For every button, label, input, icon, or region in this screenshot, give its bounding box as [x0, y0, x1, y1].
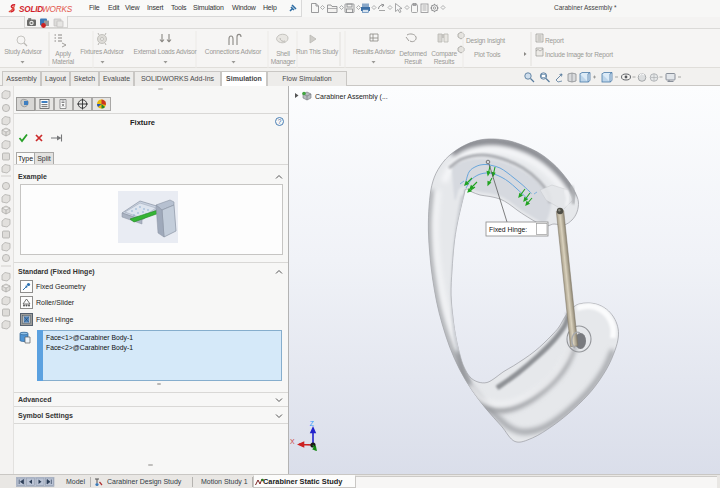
svg-text:SOLID: SOLID	[19, 5, 43, 14]
svg-text:Fixed Hinge:: Fixed Hinge:	[489, 226, 527, 234]
svg-text:WORKS: WORKS	[42, 5, 73, 14]
svg-text:X: X	[290, 438, 295, 445]
svg-text:Z: Z	[310, 420, 315, 427]
svg-text:Carabiner Assembly (...: Carabiner Assembly (...	[315, 93, 388, 101]
